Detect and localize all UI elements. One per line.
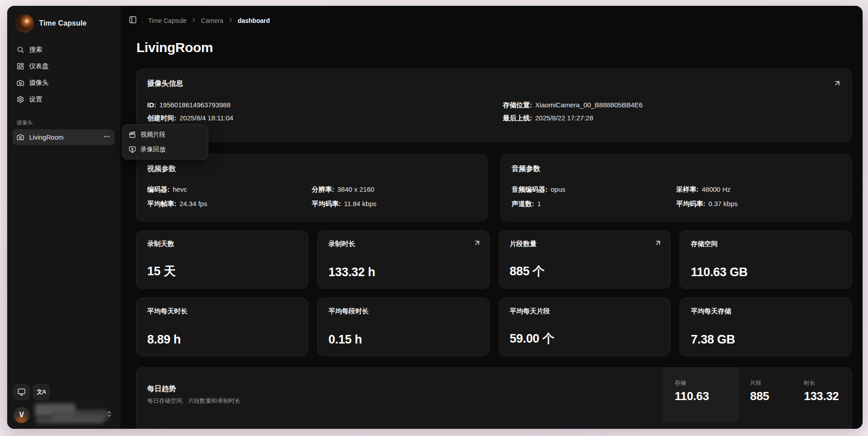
breadcrumb: Time Capsule Camera dashboard — [148, 17, 270, 25]
sidebar-item-settings[interactable]: 设置 — [13, 92, 114, 107]
user-menu[interactable]: V — [13, 405, 114, 423]
breadcrumb-camera[interactable]: Camera — [201, 17, 224, 24]
sidebar-item-livingroom[interactable]: LivingRoom — [13, 129, 114, 145]
search-icon — [17, 46, 24, 53]
arrow-up-right-icon — [833, 79, 842, 88]
audio-params-title: 音频参数 — [512, 164, 841, 174]
stat-card-avg-daily-storage: 平均每天存储 7.38 GB — [679, 298, 852, 356]
user-name-redacted — [34, 406, 101, 423]
stat-card-avg-daily-hours: 平均每天时长 8.89 h — [136, 298, 308, 356]
translate-icon: 文A — [37, 388, 46, 396]
field-id: ID:1956018614963793988 — [147, 101, 485, 110]
app-window: Time Capsule 搜索 仪表盘 摄像头 设置 摄像头 Living — [7, 6, 863, 429]
camera-icon — [17, 79, 24, 87]
arrow-up-right-icon — [654, 239, 662, 247]
trend-subtitle: 每日存储空间、片段数量和录制时长 — [147, 397, 652, 405]
divider — [142, 17, 143, 24]
gear-icon — [17, 96, 24, 103]
field-created-time: 创建时间:2025/8/4 18:11:04 — [147, 114, 485, 123]
dashboard-icon — [17, 62, 24, 70]
stat-card-avg-daily-clips: 平均每天片段 59.00 个 — [499, 298, 671, 356]
camera-icon — [17, 133, 24, 141]
audio-params-card: 音频参数 音频编码器:opus 采样率:48000 Hz 声道数:1 平均码率:… — [500, 154, 852, 221]
trend-title: 每日趋势 — [147, 384, 652, 394]
field-video-codec: 编码器:hevc — [147, 185, 312, 194]
panel-left-icon — [129, 16, 137, 24]
sidebar-section-cameras: 摄像头 — [17, 119, 114, 127]
field-audio-bitrate: 平均码率:0.37 kbps — [676, 200, 841, 208]
trend-titles: 每日趋势 每日存储空间、片段数量和录制时长 — [136, 368, 662, 422]
sidebar-item-label: 搜索 — [29, 45, 42, 54]
stat-link-button[interactable] — [654, 239, 662, 249]
sidebar-item-label: 设置 — [29, 95, 42, 104]
menu-item-video-clips[interactable]: 视频片段 — [125, 127, 206, 142]
monitor-play-icon — [129, 146, 136, 153]
avatar: V — [13, 407, 30, 423]
menu-item-playback[interactable]: 录像回放 — [125, 142, 206, 157]
ellipsis-icon — [103, 133, 110, 140]
field-storage-location: 存储位置:XiaomiCamera_00_B888805BB4E6 — [503, 101, 841, 110]
monitor-icon — [18, 388, 26, 396]
stat-card-clip-count: 片段数量 885 个 — [499, 230, 671, 289]
trend-toggle-storage[interactable]: 存储 110.63 — [662, 368, 738, 422]
camera-info-card: 摄像头信息 ID:1956018614963793988 存储位置:Xiaomi… — [136, 69, 852, 142]
sidebar-footer: 文A V — [13, 384, 114, 423]
brand-title: Time Capsule — [39, 19, 87, 27]
main-content: Time Capsule Camera dashboard LivingRoom… — [120, 6, 863, 429]
stat-link-button[interactable] — [473, 239, 481, 249]
video-params-title: 视频参数 — [147, 164, 476, 174]
menu-item-label: 录像回放 — [140, 145, 166, 154]
stat-card-storage-space: 存储空间 110.63 GB — [679, 230, 852, 289]
sidebar: Time Capsule 搜索 仪表盘 摄像头 设置 摄像头 Living — [7, 6, 120, 429]
camera-info-link-button[interactable] — [833, 79, 842, 89]
app-logo-icon — [15, 14, 34, 33]
field-last-online: 最后上线:2025/8/22 17:27:28 — [503, 114, 841, 123]
trend-toggle-hours[interactable]: 时长 133.32 — [792, 368, 851, 422]
arrow-up-right-icon — [473, 239, 481, 247]
camera-context-menu: 视频片段 录像回放 — [122, 124, 208, 159]
language-button[interactable]: 文A — [33, 384, 49, 400]
sidebar-item-label: 摄像头 — [29, 79, 49, 87]
field-avg-bitrate: 平均码率:11.84 kbps — [312, 200, 477, 208]
field-avg-fps: 平均帧率:24.34 fps — [147, 200, 312, 208]
daily-trend-card: 每日趋势 每日存储空间、片段数量和录制时长 存储 110.63 片段 885 — [136, 367, 852, 429]
page-title: LivingRoom — [136, 40, 852, 55]
breadcrumb-home[interactable]: Time Capsule — [148, 17, 187, 24]
page-content: LivingRoom 摄像头信息 ID:1956018614963793988 … — [120, 26, 863, 429]
field-audio-codec: 音频编码器:opus — [512, 185, 676, 194]
menu-item-label: 视频片段 — [140, 131, 166, 139]
sidebar-nav: 搜索 仪表盘 摄像头 设置 — [13, 42, 114, 107]
display-mode-button[interactable] — [13, 384, 30, 400]
sidebar-toggle-button[interactable] — [129, 16, 137, 26]
chevron-right-icon — [228, 17, 234, 25]
stat-card-recording-days: 录制天数 15 天 — [136, 230, 308, 289]
breadcrumb-current: dashboard — [238, 17, 270, 24]
topbar: Time Capsule Camera dashboard — [120, 6, 863, 26]
brand: Time Capsule — [13, 11, 114, 37]
field-resolution: 分辨率:3840 x 2160 — [312, 185, 477, 194]
field-sample-rate: 采样率:48000 Hz — [676, 185, 841, 194]
clapperboard-icon — [129, 131, 136, 138]
field-channels: 声道数:1 — [512, 200, 676, 208]
camera-item-label: LivingRoom — [29, 134, 64, 141]
trend-series-toggles: 存储 110.63 片段 885 时长 133.32 — [662, 368, 851, 422]
video-params-card: 视频参数 编码器:hevc 分辨率:3840 x 2160 平均帧率:24.34… — [136, 154, 487, 221]
sidebar-item-cameras[interactable]: 摄像头 — [13, 75, 114, 91]
sidebar-item-search[interactable]: 搜索 — [13, 42, 114, 57]
chevron-right-icon — [191, 17, 197, 25]
camera-item-more-button[interactable] — [103, 133, 110, 141]
camera-info-title: 摄像头信息 — [147, 79, 841, 88]
sidebar-item-label: 仪表盘 — [29, 62, 49, 70]
stat-card-recording-hours: 录制时长 133.32 h — [317, 230, 490, 289]
stat-card-avg-clip-length: 平均每段时长 0.15 h — [317, 298, 490, 356]
sidebar-item-dashboard[interactable]: 仪表盘 — [13, 58, 114, 74]
trend-toggle-clips[interactable]: 片段 885 — [738, 368, 792, 422]
